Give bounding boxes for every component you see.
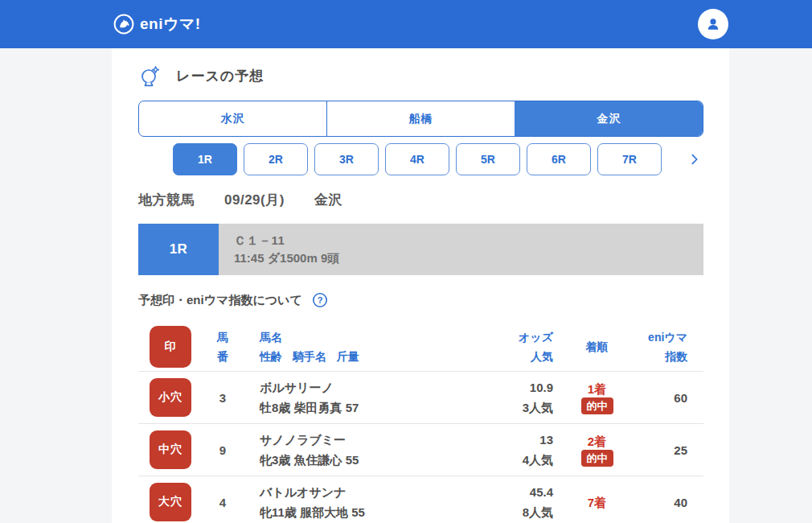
- venue-tab-label: 金沢: [597, 112, 621, 126]
- horse-no-cell: 9: [203, 443, 243, 457]
- race-banner: 1R Ｃ１－11 11:45 ダ1500m 9頭: [138, 224, 703, 275]
- index-cell: 60: [635, 391, 703, 405]
- result-cell: 1着 的中: [559, 381, 635, 414]
- finish-place: 1着: [559, 381, 635, 397]
- race-meta-line: 地方競馬 09/29(月) 金沢: [138, 191, 703, 209]
- finish-place: 7着: [559, 494, 635, 511]
- horse-detail: 牡8歳 柴田勇真 57: [260, 397, 458, 418]
- venue-tab-label: 船橋: [409, 112, 433, 126]
- logo[interactable]: eniウマ!: [113, 14, 201, 35]
- horse-name: ボルサリーノ: [260, 377, 458, 397]
- chevron-right-icon: [688, 153, 701, 166]
- mark-cell: 大穴: [138, 483, 203, 521]
- horse-detail: 牝3歳 魚住謙心 55: [260, 450, 458, 470]
- header-result-cell: 着順: [559, 337, 635, 356]
- table-row: 大穴 4 バトルオサンナ 牝11歳 服部大地 55 45.4 8人気 7着 40: [138, 476, 703, 523]
- horse-detail: 牝11歳 服部大地 55: [260, 502, 458, 522]
- prediction-mark-badge: 大穴: [150, 483, 191, 521]
- horse-name: サノノラブミー: [260, 430, 458, 450]
- table-row: 中穴 9 サノノラブミー 牝3歳 魚住謙心 55 13 4人気 2着 的中 25: [138, 424, 703, 476]
- venue-tab-mizusawa[interactable]: 水沢: [139, 101, 326, 136]
- race-button-2r[interactable]: 2R: [244, 143, 308, 175]
- odds-value: 10.9: [458, 377, 553, 397]
- header-text: 性齢 騎手名 斤量: [260, 347, 458, 366]
- race-button-6r[interactable]: 6R: [527, 143, 591, 175]
- svg-text:?: ?: [317, 295, 322, 305]
- horse-name-cell: バトルオサンナ 牝11歳 服部大地 55: [243, 482, 458, 522]
- odds-cell: 45.4 8人気: [458, 482, 559, 522]
- question-icon: ?: [312, 292, 328, 308]
- race-class: Ｃ１－11: [234, 233, 339, 249]
- header-text: 馬: [203, 327, 243, 347]
- race-button-7r[interactable]: 7R: [597, 143, 662, 175]
- main-content-panel: レースの予想 水沢 船橋 金沢 1R 2R 3R 4R 5R 6R 7R: [112, 48, 729, 523]
- race-date: 09/29(月): [224, 191, 285, 209]
- header-text: 人気: [458, 347, 553, 366]
- header-text: eniウマ: [635, 327, 687, 347]
- venue-tab-bar: 水沢 船橋 金沢: [138, 101, 703, 137]
- header-text: 馬名: [260, 327, 458, 347]
- horse-name: バトルオサンナ: [260, 482, 458, 502]
- popularity-value: 3人気: [458, 397, 553, 418]
- odds-value: 13: [458, 430, 553, 450]
- index-cell: 25: [635, 443, 703, 457]
- odds-value: 45.4: [458, 482, 553, 502]
- hit-badge: 的中: [581, 397, 613, 414]
- header-mark-cell: 印: [138, 326, 203, 368]
- header-text: 指数: [635, 347, 687, 366]
- venue-tab-label: 水沢: [221, 112, 245, 126]
- page-title: レースの予想: [176, 67, 264, 85]
- horse-name-cell: ボルサリーノ 牡8歳 柴田勇真 57: [243, 377, 458, 418]
- popularity-value: 4人気: [458, 450, 553, 470]
- race-button-3r[interactable]: 3R: [314, 143, 379, 175]
- race-button-5r[interactable]: 5R: [456, 143, 520, 175]
- help-button[interactable]: ?: [312, 292, 328, 308]
- race-button-4r[interactable]: 4R: [385, 143, 449, 175]
- next-races-button[interactable]: [686, 150, 703, 168]
- mark-cell: 小穴: [138, 378, 203, 417]
- prediction-mark-badge: 中穴: [150, 430, 191, 469]
- header-text: 番: [203, 347, 243, 366]
- prediction-mark-badge: 小穴: [150, 378, 191, 417]
- horse-name-cell: サノノラブミー 牝3歳 魚住謙心 55: [243, 430, 458, 470]
- horse-no-cell: 3: [203, 391, 243, 405]
- info-row: 予想印・eniウマ指数について ?: [138, 292, 703, 308]
- header-index-cell: eniウマ 指数: [635, 327, 703, 366]
- account-avatar-button[interactable]: [698, 9, 728, 39]
- crystal-ball-icon: [138, 64, 161, 87]
- venue-tab-funabashi[interactable]: 船橋: [326, 101, 515, 136]
- header-text: オッズ: [458, 327, 553, 347]
- top-navigation-bar: eniウマ!: [0, 0, 812, 48]
- race-venue: 金沢: [314, 191, 342, 209]
- mark-cell: 中穴: [138, 430, 203, 469]
- prediction-info-label: 予想印・eniウマ指数について: [138, 293, 302, 308]
- table-header-row: 印 馬 番 馬名 性齢 騎手名 斤量 オッズ 人気 着順 eniウマ 指数: [138, 322, 703, 372]
- race-category: 地方競馬: [138, 191, 195, 209]
- race-details: 11:45 ダ1500m 9頭: [234, 251, 339, 266]
- popularity-value: 8人気: [458, 502, 553, 522]
- finish-place: 2着: [559, 433, 635, 450]
- race-button-1r[interactable]: 1R: [173, 143, 237, 175]
- horse-no-cell: 4: [203, 496, 243, 509]
- page-heading: レースの予想: [138, 64, 703, 87]
- horse-logo-icon: [113, 14, 134, 35]
- race-banner-number: 1R: [138, 224, 219, 275]
- prediction-table: 印 馬 番 馬名 性齢 騎手名 斤量 オッズ 人気 着順 eniウマ 指数: [138, 322, 703, 523]
- header-name-cell: 馬名 性齢 騎手名 斤量: [243, 327, 458, 366]
- odds-cell: 13 4人気: [458, 430, 559, 470]
- mark-header-badge: 印: [150, 326, 191, 368]
- venue-tab-kanazawa[interactable]: 金沢: [515, 101, 703, 136]
- hit-badge: 的中: [581, 450, 613, 467]
- table-row: 小穴 3 ボルサリーノ 牡8歳 柴田勇真 57 10.9 3人気 1着 的中 6…: [138, 372, 703, 424]
- result-cell: 2着 的中: [559, 433, 635, 467]
- header-odds-cell: オッズ 人気: [458, 327, 559, 366]
- header-text: 着順: [559, 337, 635, 356]
- race-banner-info: Ｃ１－11 11:45 ダ1500m 9頭: [219, 224, 339, 275]
- person-icon: [704, 15, 722, 33]
- index-cell: 40: [635, 496, 703, 509]
- result-cell: 7着: [559, 494, 635, 511]
- topbar-inner: eniウマ!: [112, 0, 729, 48]
- logo-text: eniウマ!: [140, 14, 201, 35]
- header-horse-no-cell: 馬 番: [203, 327, 243, 366]
- odds-cell: 10.9 3人気: [458, 377, 559, 418]
